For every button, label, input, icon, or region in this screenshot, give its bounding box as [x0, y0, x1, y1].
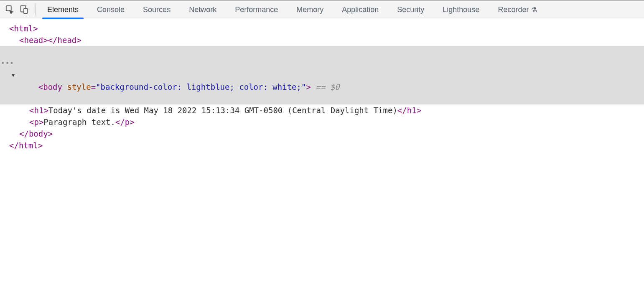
tab-performance[interactable]: Performance	[226, 0, 287, 19]
tag-name: h1	[407, 106, 417, 115]
punct: >	[130, 117, 134, 127]
tab-label: Application	[342, 5, 379, 14]
tab-sources[interactable]: Sources	[134, 0, 180, 19]
text-content: Today's date is Wed May 18 2022 15:13:34…	[48, 106, 397, 115]
tab-label: Console	[97, 5, 125, 14]
tab-label: Memory	[296, 5, 323, 14]
punct: "	[96, 82, 100, 92]
dom-node-body-close[interactable]: </body>	[0, 128, 644, 140]
tag-name: p	[34, 117, 38, 127]
tab-label: Sources	[143, 5, 171, 14]
dom-node-html-close[interactable]: </html>	[0, 140, 644, 151]
tab-security[interactable]: Security	[388, 0, 433, 19]
tab-console[interactable]: Console	[88, 0, 134, 19]
text-content: Paragraph text.	[43, 117, 115, 127]
tab-label: Recorder	[498, 5, 529, 14]
tab-label: Performance	[235, 5, 278, 14]
tag-text: <html>	[9, 24, 38, 33]
svg-rect-2	[24, 8, 27, 13]
expand-arrow-icon[interactable]: ▼	[12, 69, 15, 81]
svg-rect-0	[6, 6, 11, 11]
elements-dom-tree[interactable]: <html> <head></head> ••• ▼ <body style="…	[0, 19, 644, 151]
tag-text: <head>	[19, 36, 48, 45]
tab-application[interactable]: Application	[333, 0, 388, 19]
body-tag-line: <body style="background-color: lightblue…	[19, 81, 340, 93]
dom-node-p[interactable]: <p>Paragraph text.</p>	[0, 116, 644, 128]
punct: =	[91, 82, 96, 92]
tab-lighthouse[interactable]: Lighthouse	[433, 0, 489, 19]
gutter-dots-icon[interactable]: •••	[1, 58, 14, 69]
punct: >	[39, 117, 43, 127]
dom-node-head[interactable]: <head></head>	[0, 34, 644, 46]
tab-label: Elements	[47, 5, 79, 14]
tab-recorder[interactable]: Recorder⚗	[489, 0, 546, 19]
tag-text: </html>	[9, 141, 43, 150]
tab-network[interactable]: Network	[180, 0, 226, 19]
toolbar-icon-group	[3, 0, 34, 19]
devtools-toolbar: Elements Console Sources Network Perform…	[0, 0, 644, 19]
punct: </	[397, 106, 407, 115]
tag-text: </head>	[48, 36, 81, 45]
dollar-ref: == $0	[316, 82, 339, 92]
dom-node-body-selected[interactable]: ••• ▼ <body style="background-color: lig…	[0, 46, 644, 104]
tag-name: p	[125, 117, 130, 127]
inspect-element-icon[interactable]	[5, 5, 15, 15]
punct: <	[38, 82, 43, 92]
beaker-icon: ⚗	[531, 6, 537, 14]
dom-node-html-open[interactable]: <html>	[0, 23, 644, 34]
tag-name: body	[43, 82, 62, 92]
toolbar-divider	[35, 4, 36, 15]
punct: <	[29, 117, 34, 127]
punct: <	[29, 106, 34, 115]
tabs-container: Elements Console Sources Network Perform…	[38, 0, 546, 19]
dom-node-h1[interactable]: <h1>Today's date is Wed May 18 2022 15:1…	[0, 104, 644, 116]
attr-name: style	[67, 82, 91, 92]
tab-elements[interactable]: Elements	[38, 0, 88, 19]
punct: >	[306, 82, 311, 92]
punct: "	[301, 82, 306, 92]
tab-memory[interactable]: Memory	[287, 0, 333, 19]
punct: >	[43, 106, 48, 115]
device-toggle-icon[interactable]	[19, 5, 29, 15]
tab-label: Security	[397, 5, 424, 14]
tab-label: Lighthouse	[443, 5, 479, 14]
punct: </	[115, 117, 125, 127]
punct: >	[417, 106, 421, 115]
tag-text: </body>	[19, 129, 53, 138]
tag-name: h1	[34, 106, 43, 115]
tab-label: Network	[189, 5, 216, 14]
attr-value: background-color: lightblue; color: whit…	[101, 82, 301, 92]
